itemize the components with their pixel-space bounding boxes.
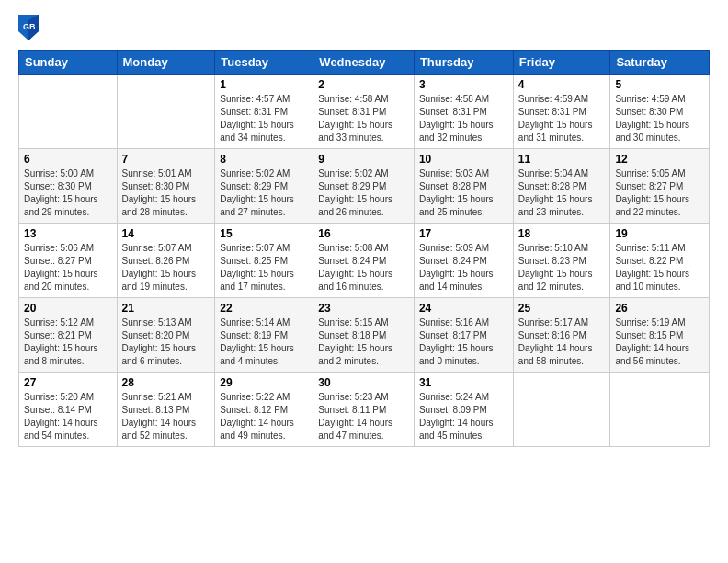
- calendar-cell: 16Sunrise: 5:08 AM Sunset: 8:24 PM Dayli…: [313, 224, 415, 298]
- calendar-cell: [513, 373, 610, 447]
- calendar-cell: 24Sunrise: 5:16 AM Sunset: 8:17 PM Dayli…: [414, 298, 513, 373]
- day-number: 14: [122, 227, 210, 240]
- calendar-cell: 20Sunrise: 5:12 AM Sunset: 8:21 PM Dayli…: [19, 298, 118, 373]
- page: GB SundayMondayTuesdayWednesdayThursdayF…: [0, 0, 728, 563]
- calendar-cell: 15Sunrise: 5:07 AM Sunset: 8:25 PM Dayli…: [215, 224, 313, 298]
- day-number: 13: [24, 227, 112, 240]
- day-info: Sunrise: 5:12 AM Sunset: 8:21 PM Dayligh…: [24, 316, 112, 368]
- day-info: Sunrise: 5:22 AM Sunset: 8:12 PM Dayligh…: [220, 391, 308, 442]
- calendar-cell: 9Sunrise: 5:02 AM Sunset: 8:29 PM Daylig…: [313, 149, 415, 224]
- calendar-cell: 11Sunrise: 5:04 AM Sunset: 8:28 PM Dayli…: [513, 149, 610, 224]
- day-info: Sunrise: 5:04 AM Sunset: 8:28 PM Dayligh…: [518, 167, 606, 219]
- svg-text:GB: GB: [23, 22, 36, 31]
- day-number: 31: [419, 376, 508, 389]
- day-info: Sunrise: 5:15 AM Sunset: 8:18 PM Dayligh…: [318, 316, 409, 368]
- day-number: 5: [615, 78, 704, 91]
- calendar-cell: 22Sunrise: 5:14 AM Sunset: 8:19 PM Dayli…: [215, 298, 313, 373]
- logo: GB: [18, 15, 40, 40]
- day-info: Sunrise: 4:58 AM Sunset: 8:31 PM Dayligh…: [318, 93, 409, 144]
- day-number: 4: [518, 78, 606, 91]
- day-info: Sunrise: 5:06 AM Sunset: 8:27 PM Dayligh…: [24, 242, 112, 293]
- calendar-cell: 21Sunrise: 5:13 AM Sunset: 8:20 PM Dayli…: [117, 298, 215, 373]
- day-number: 20: [24, 302, 112, 315]
- calendar-cell: 26Sunrise: 5:19 AM Sunset: 8:15 PM Dayli…: [610, 298, 710, 373]
- day-info: Sunrise: 5:20 AM Sunset: 8:14 PM Dayligh…: [24, 391, 112, 442]
- calendar-cell: 18Sunrise: 5:10 AM Sunset: 8:23 PM Dayli…: [513, 224, 610, 298]
- day-number: 19: [615, 227, 704, 240]
- day-number: 12: [615, 153, 704, 166]
- day-info: Sunrise: 4:59 AM Sunset: 8:31 PM Dayligh…: [518, 93, 606, 144]
- weekday-header: Wednesday: [313, 51, 415, 75]
- day-number: 15: [220, 227, 308, 240]
- day-number: 18: [518, 227, 606, 240]
- day-number: 28: [122, 376, 210, 389]
- day-number: 26: [615, 302, 704, 315]
- day-number: 25: [518, 302, 606, 315]
- weekday-header: Sunday: [19, 51, 118, 75]
- calendar-cell: 17Sunrise: 5:09 AM Sunset: 8:24 PM Dayli…: [414, 224, 513, 298]
- day-number: 16: [318, 227, 409, 240]
- calendar-week-row: 1Sunrise: 4:57 AM Sunset: 8:31 PM Daylig…: [19, 75, 710, 149]
- day-info: Sunrise: 5:01 AM Sunset: 8:30 PM Dayligh…: [122, 167, 210, 219]
- calendar-cell: 10Sunrise: 5:03 AM Sunset: 8:28 PM Dayli…: [414, 149, 513, 224]
- day-info: Sunrise: 4:58 AM Sunset: 8:31 PM Dayligh…: [419, 93, 508, 144]
- day-info: Sunrise: 5:23 AM Sunset: 8:11 PM Dayligh…: [318, 391, 409, 442]
- day-number: 10: [419, 153, 508, 166]
- day-info: Sunrise: 4:59 AM Sunset: 8:30 PM Dayligh…: [615, 93, 704, 144]
- day-number: 7: [122, 153, 210, 166]
- day-info: Sunrise: 5:02 AM Sunset: 8:29 PM Dayligh…: [318, 167, 409, 219]
- weekday-header: Monday: [117, 51, 215, 75]
- day-info: Sunrise: 5:07 AM Sunset: 8:25 PM Dayligh…: [220, 242, 308, 293]
- calendar-cell: 4Sunrise: 4:59 AM Sunset: 8:31 PM Daylig…: [513, 75, 610, 149]
- day-number: 9: [318, 153, 409, 166]
- day-number: 30: [318, 376, 409, 389]
- day-number: 24: [419, 302, 508, 315]
- calendar-cell: 27Sunrise: 5:20 AM Sunset: 8:14 PM Dayli…: [19, 373, 118, 447]
- calendar-cell: [610, 373, 710, 447]
- day-info: Sunrise: 5:02 AM Sunset: 8:29 PM Dayligh…: [220, 167, 308, 219]
- day-info: Sunrise: 5:16 AM Sunset: 8:17 PM Dayligh…: [419, 316, 508, 368]
- calendar-week-row: 6Sunrise: 5:00 AM Sunset: 8:30 PM Daylig…: [19, 149, 710, 224]
- calendar-cell: 28Sunrise: 5:21 AM Sunset: 8:13 PM Dayli…: [117, 373, 215, 447]
- day-number: 3: [419, 78, 508, 91]
- day-number: 6: [24, 153, 112, 166]
- weekday-header: Tuesday: [215, 51, 313, 75]
- day-number: 2: [318, 78, 409, 91]
- day-info: Sunrise: 5:11 AM Sunset: 8:22 PM Dayligh…: [615, 242, 704, 293]
- day-number: 27: [24, 376, 112, 389]
- header: GB: [18, 15, 710, 40]
- calendar-cell: [19, 75, 118, 149]
- calendar-table: SundayMondayTuesdayWednesdayThursdayFrid…: [18, 50, 710, 447]
- day-number: 22: [220, 302, 308, 315]
- weekday-header: Friday: [513, 51, 610, 75]
- calendar-cell: 19Sunrise: 5:11 AM Sunset: 8:22 PM Dayli…: [610, 224, 710, 298]
- calendar-cell: 5Sunrise: 4:59 AM Sunset: 8:30 PM Daylig…: [610, 75, 710, 149]
- calendar-cell: 2Sunrise: 4:58 AM Sunset: 8:31 PM Daylig…: [313, 75, 415, 149]
- day-number: 23: [318, 302, 409, 315]
- calendar-cell: [117, 75, 215, 149]
- day-info: Sunrise: 5:05 AM Sunset: 8:27 PM Dayligh…: [615, 167, 704, 219]
- day-info: Sunrise: 5:07 AM Sunset: 8:26 PM Dayligh…: [122, 242, 210, 293]
- day-info: Sunrise: 5:08 AM Sunset: 8:24 PM Dayligh…: [318, 242, 409, 293]
- logo-icon: GB: [18, 15, 39, 40]
- calendar-cell: 7Sunrise: 5:01 AM Sunset: 8:30 PM Daylig…: [117, 149, 215, 224]
- day-info: Sunrise: 5:19 AM Sunset: 8:15 PM Dayligh…: [615, 316, 704, 368]
- day-number: 21: [122, 302, 210, 315]
- calendar-cell: 6Sunrise: 5:00 AM Sunset: 8:30 PM Daylig…: [19, 149, 118, 224]
- day-number: 11: [518, 153, 606, 166]
- calendar-cell: 3Sunrise: 4:58 AM Sunset: 8:31 PM Daylig…: [414, 75, 513, 149]
- weekday-header: Thursday: [414, 51, 513, 75]
- day-info: Sunrise: 5:14 AM Sunset: 8:19 PM Dayligh…: [220, 316, 308, 368]
- calendar-cell: 8Sunrise: 5:02 AM Sunset: 8:29 PM Daylig…: [215, 149, 313, 224]
- calendar-cell: 13Sunrise: 5:06 AM Sunset: 8:27 PM Dayli…: [19, 224, 118, 298]
- day-info: Sunrise: 5:03 AM Sunset: 8:28 PM Dayligh…: [419, 167, 508, 219]
- day-info: Sunrise: 5:10 AM Sunset: 8:23 PM Dayligh…: [518, 242, 606, 293]
- calendar-cell: 1Sunrise: 4:57 AM Sunset: 8:31 PM Daylig…: [215, 75, 313, 149]
- day-info: Sunrise: 5:00 AM Sunset: 8:30 PM Dayligh…: [24, 167, 112, 219]
- day-number: 29: [220, 376, 308, 389]
- calendar-cell: 30Sunrise: 5:23 AM Sunset: 8:11 PM Dayli…: [313, 373, 415, 447]
- calendar-cell: 23Sunrise: 5:15 AM Sunset: 8:18 PM Dayli…: [313, 298, 415, 373]
- calendar-week-row: 27Sunrise: 5:20 AM Sunset: 8:14 PM Dayli…: [19, 373, 710, 447]
- day-info: Sunrise: 5:17 AM Sunset: 8:16 PM Dayligh…: [518, 316, 606, 368]
- calendar-cell: 12Sunrise: 5:05 AM Sunset: 8:27 PM Dayli…: [610, 149, 710, 224]
